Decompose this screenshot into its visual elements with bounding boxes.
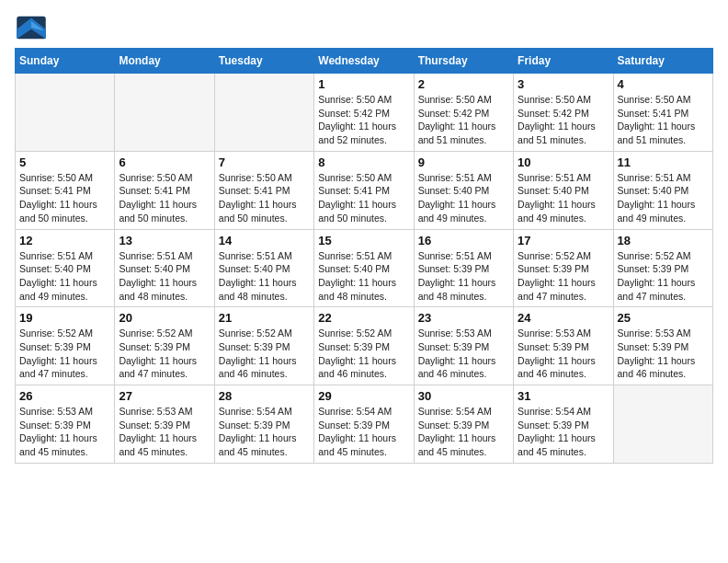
day-number: 13: [119, 234, 210, 247]
day-number: 14: [219, 234, 310, 247]
calendar-cell: 16Sunrise: 5:51 AM Sunset: 5:39 PM Dayli…: [414, 229, 513, 307]
calendar-cell: 6Sunrise: 5:50 AM Sunset: 5:41 PM Daylig…: [115, 151, 214, 229]
weekday-header-thursday: Thursday: [414, 49, 513, 74]
calendar-cell: 17Sunrise: 5:52 AM Sunset: 5:39 PM Dayli…: [514, 229, 613, 307]
day-number: 30: [418, 389, 509, 403]
day-number: 24: [518, 311, 609, 325]
day-info: Sunrise: 5:50 AM Sunset: 5:42 PM Dayligh…: [318, 93, 409, 147]
calendar-cell: 9Sunrise: 5:51 AM Sunset: 5:40 PM Daylig…: [414, 151, 513, 229]
day-info: Sunrise: 5:54 AM Sunset: 5:39 PM Dayligh…: [518, 405, 609, 459]
calendar-table: SundayMondayTuesdayWednesdayThursdayFrid…: [15, 48, 713, 464]
day-info: Sunrise: 5:50 AM Sunset: 5:42 PM Dayligh…: [418, 93, 509, 147]
page-header: [15, 15, 713, 40]
calendar-cell: 23Sunrise: 5:53 AM Sunset: 5:39 PM Dayli…: [414, 307, 513, 385]
day-info: Sunrise: 5:50 AM Sunset: 5:42 PM Dayligh…: [518, 93, 609, 147]
calendar-week-1: 1Sunrise: 5:50 AM Sunset: 5:42 PM Daylig…: [16, 74, 713, 152]
day-number: 1: [318, 77, 409, 91]
day-info: Sunrise: 5:52 AM Sunset: 5:39 PM Dayligh…: [19, 327, 110, 381]
day-info: Sunrise: 5:50 AM Sunset: 5:41 PM Dayligh…: [318, 171, 409, 225]
calendar-cell: 24Sunrise: 5:53 AM Sunset: 5:39 PM Dayli…: [514, 307, 613, 385]
calendar-week-4: 19Sunrise: 5:52 AM Sunset: 5:39 PM Dayli…: [16, 307, 713, 385]
calendar-week-3: 12Sunrise: 5:51 AM Sunset: 5:40 PM Dayli…: [16, 229, 713, 307]
day-number: 23: [418, 311, 509, 325]
calendar-cell: [214, 74, 313, 152]
calendar-cell: 14Sunrise: 5:51 AM Sunset: 5:40 PM Dayli…: [214, 229, 313, 307]
calendar-cell: 21Sunrise: 5:52 AM Sunset: 5:39 PM Dayli…: [214, 307, 313, 385]
weekday-header-monday: Monday: [115, 49, 214, 74]
day-number: 10: [518, 155, 609, 169]
day-info: Sunrise: 5:50 AM Sunset: 5:41 PM Dayligh…: [618, 93, 709, 147]
day-info: Sunrise: 5:54 AM Sunset: 5:39 PM Dayligh…: [219, 405, 310, 459]
day-info: Sunrise: 5:52 AM Sunset: 5:39 PM Dayligh…: [518, 249, 609, 304]
calendar-cell: 19Sunrise: 5:52 AM Sunset: 5:39 PM Dayli…: [16, 307, 115, 385]
day-info: Sunrise: 5:53 AM Sunset: 5:39 PM Dayligh…: [418, 327, 509, 381]
calendar-cell: 29Sunrise: 5:54 AM Sunset: 5:39 PM Dayli…: [314, 385, 414, 464]
day-info: Sunrise: 5:52 AM Sunset: 5:39 PM Dayligh…: [618, 249, 709, 304]
day-number: 8: [318, 155, 409, 169]
calendar-week-2: 5Sunrise: 5:50 AM Sunset: 5:41 PM Daylig…: [16, 151, 713, 229]
calendar-cell: 27Sunrise: 5:53 AM Sunset: 5:39 PM Dayli…: [115, 385, 214, 464]
calendar-cell: 15Sunrise: 5:51 AM Sunset: 5:40 PM Dayli…: [314, 229, 414, 307]
day-number: 26: [19, 389, 110, 403]
day-number: 20: [119, 311, 210, 325]
calendar-cell: 8Sunrise: 5:50 AM Sunset: 5:41 PM Daylig…: [314, 151, 414, 229]
day-number: 3: [518, 77, 609, 91]
day-info: Sunrise: 5:50 AM Sunset: 5:41 PM Dayligh…: [19, 171, 110, 225]
day-number: 15: [318, 234, 409, 247]
calendar-cell: 18Sunrise: 5:52 AM Sunset: 5:39 PM Dayli…: [613, 229, 712, 307]
day-info: Sunrise: 5:51 AM Sunset: 5:40 PM Dayligh…: [19, 249, 110, 304]
day-number: 12: [19, 234, 110, 247]
calendar-cell: 22Sunrise: 5:52 AM Sunset: 5:39 PM Dayli…: [314, 307, 414, 385]
day-number: 27: [119, 389, 210, 403]
day-info: Sunrise: 5:51 AM Sunset: 5:40 PM Dayligh…: [219, 249, 310, 304]
day-info: Sunrise: 5:54 AM Sunset: 5:39 PM Dayligh…: [318, 405, 409, 459]
day-number: 17: [518, 234, 609, 247]
day-info: Sunrise: 5:52 AM Sunset: 5:39 PM Dayligh…: [318, 327, 409, 381]
calendar-cell: 28Sunrise: 5:54 AM Sunset: 5:39 PM Dayli…: [214, 385, 313, 464]
day-info: Sunrise: 5:54 AM Sunset: 5:39 PM Dayligh…: [418, 405, 509, 459]
day-number: 29: [318, 389, 409, 403]
calendar-cell: 11Sunrise: 5:51 AM Sunset: 5:40 PM Dayli…: [613, 151, 712, 229]
calendar-cell: 7Sunrise: 5:50 AM Sunset: 5:41 PM Daylig…: [214, 151, 313, 229]
day-info: Sunrise: 5:50 AM Sunset: 5:41 PM Dayligh…: [219, 171, 310, 225]
day-info: Sunrise: 5:51 AM Sunset: 5:40 PM Dayligh…: [518, 171, 609, 225]
calendar-cell: 5Sunrise: 5:50 AM Sunset: 5:41 PM Daylig…: [16, 151, 115, 229]
calendar-cell: 30Sunrise: 5:54 AM Sunset: 5:39 PM Dayli…: [414, 385, 513, 464]
day-number: 19: [19, 311, 110, 325]
weekday-header-tuesday: Tuesday: [214, 49, 313, 74]
calendar-cell: 3Sunrise: 5:50 AM Sunset: 5:42 PM Daylig…: [514, 74, 613, 152]
day-info: Sunrise: 5:50 AM Sunset: 5:41 PM Dayligh…: [119, 171, 210, 225]
day-number: 4: [618, 77, 709, 91]
day-info: Sunrise: 5:53 AM Sunset: 5:39 PM Dayligh…: [618, 327, 709, 381]
day-number: 25: [618, 311, 709, 325]
logo-icon: [15, 15, 48, 40]
day-info: Sunrise: 5:51 AM Sunset: 5:40 PM Dayligh…: [318, 249, 409, 304]
weekday-header-friday: Friday: [514, 49, 613, 74]
day-number: 31: [518, 389, 609, 403]
day-number: 6: [119, 155, 210, 169]
day-info: Sunrise: 5:51 AM Sunset: 5:40 PM Dayligh…: [119, 249, 210, 304]
calendar-cell: 4Sunrise: 5:50 AM Sunset: 5:41 PM Daylig…: [613, 74, 712, 152]
calendar-cell: [613, 385, 712, 464]
calendar-cell: 13Sunrise: 5:51 AM Sunset: 5:40 PM Dayli…: [115, 229, 214, 307]
day-info: Sunrise: 5:53 AM Sunset: 5:39 PM Dayligh…: [119, 405, 210, 459]
calendar-cell: 31Sunrise: 5:54 AM Sunset: 5:39 PM Dayli…: [514, 385, 613, 464]
calendar-cell: 1Sunrise: 5:50 AM Sunset: 5:42 PM Daylig…: [314, 74, 414, 152]
weekday-header-sunday: Sunday: [16, 49, 115, 74]
calendar-cell: 10Sunrise: 5:51 AM Sunset: 5:40 PM Dayli…: [514, 151, 613, 229]
logo: [15, 15, 51, 40]
calendar-week-5: 26Sunrise: 5:53 AM Sunset: 5:39 PM Dayli…: [16, 385, 713, 464]
day-info: Sunrise: 5:53 AM Sunset: 5:39 PM Dayligh…: [19, 405, 110, 459]
calendar-cell: 25Sunrise: 5:53 AM Sunset: 5:39 PM Dayli…: [613, 307, 712, 385]
weekday-header-wednesday: Wednesday: [314, 49, 414, 74]
day-number: 21: [219, 311, 310, 325]
day-number: 16: [418, 234, 509, 247]
calendar-cell: 2Sunrise: 5:50 AM Sunset: 5:42 PM Daylig…: [414, 74, 513, 152]
calendar-cell: 26Sunrise: 5:53 AM Sunset: 5:39 PM Dayli…: [16, 385, 115, 464]
calendar-cell: [16, 74, 115, 152]
weekday-header-saturday: Saturday: [613, 49, 712, 74]
day-info: Sunrise: 5:53 AM Sunset: 5:39 PM Dayligh…: [518, 327, 609, 381]
day-number: 18: [618, 234, 709, 247]
day-info: Sunrise: 5:52 AM Sunset: 5:39 PM Dayligh…: [119, 327, 210, 381]
calendar-cell: [115, 74, 214, 152]
